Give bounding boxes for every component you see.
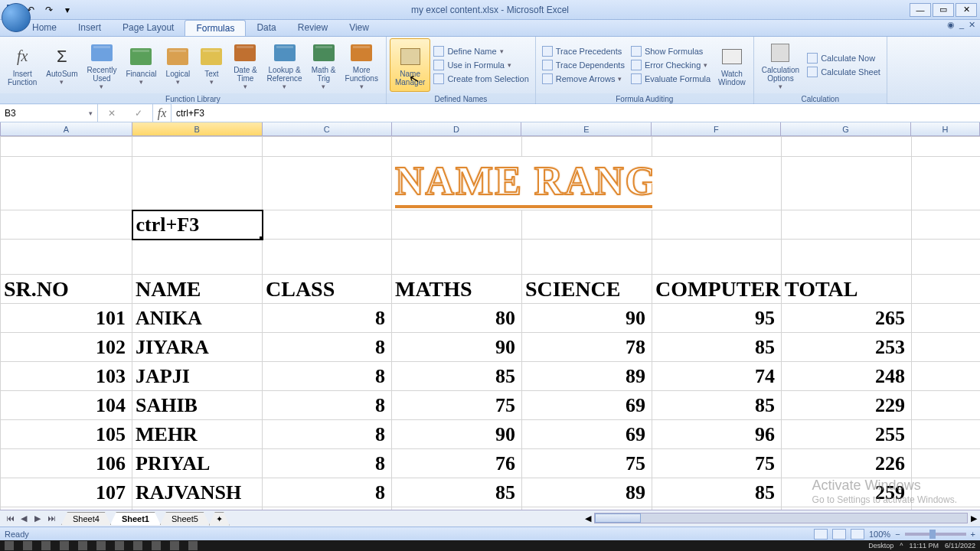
more-functions-button[interactable]: More Functions▾	[341, 38, 383, 92]
error-checking-button[interactable]: Error Checking ▾	[628, 59, 714, 71]
taskbar-app[interactable]	[133, 541, 142, 550]
sheet-tab[interactable]: Sheet1	[110, 512, 161, 525]
zoom-slider[interactable]	[905, 533, 966, 536]
zoom-in-button[interactable]: +	[971, 530, 975, 539]
title-wordart: NAME RANGE	[395, 158, 652, 208]
col-header-f[interactable]: F	[652, 122, 781, 135]
worksheet-grid[interactable]: NAME RANGE ctrl+F3 SR.NO NAME CLASS MATH…	[0, 136, 980, 519]
first-sheet-button[interactable]: ⏮	[3, 514, 17, 523]
redo-button[interactable]: ↷	[41, 2, 57, 18]
create-from-selection-button[interactable]: Create from Selection	[430, 73, 531, 85]
table-row[interactable]: 106PRIYAL8767575226	[1, 449, 981, 478]
taskbar-app[interactable]	[78, 541, 87, 550]
autosum-button[interactable]: ΣAutoSum▾	[41, 38, 82, 92]
taskbar-app[interactable]	[41, 541, 51, 550]
hdr-srno: SR.NO	[1, 275, 132, 304]
name-box[interactable]: ▾	[0, 104, 98, 122]
trace-dependents-button[interactable]: Trace Dependents	[539, 59, 628, 71]
start-button[interactable]	[5, 541, 14, 550]
page-break-view-button[interactable]	[851, 529, 864, 540]
taskbar-app[interactable]	[60, 541, 69, 550]
lookup-reference-button[interactable]: Lookup & Reference▾	[262, 38, 306, 92]
window-title: my excel content.xlsx - Microsoft Excel	[411, 5, 569, 15]
show-formulas-button[interactable]: Show Formulas	[628, 45, 714, 57]
sheet-tab[interactable]: Sheet5	[160, 512, 210, 525]
help-icon[interactable]: ◉	[947, 20, 955, 30]
financial-button[interactable]: Financial▾	[121, 38, 161, 92]
insert-function-fx[interactable]: fx	[153, 104, 172, 122]
trace-precedents-button[interactable]: Trace Precedents	[539, 45, 628, 57]
calculate-now-button[interactable]: Calculate Now	[804, 52, 884, 64]
formula-input[interactable]	[172, 104, 980, 122]
use-in-formula-button[interactable]: Use in Formula ▾	[430, 59, 531, 71]
col-header-a[interactable]: A	[1, 122, 132, 135]
taskbar-app[interactable]	[115, 541, 124, 550]
col-header-b[interactable]: B	[132, 122, 263, 135]
horizontal-scrollbar[interactable]: ◀▶	[582, 511, 980, 525]
col-header-e[interactable]: E	[521, 122, 652, 135]
table-row[interactable]: 105MEHR8906996255	[1, 420, 981, 449]
office-button[interactable]	[2, 3, 31, 32]
name-box-input[interactable]	[5, 108, 89, 119]
calculate-sheet-button[interactable]: Calculate Sheet	[804, 66, 884, 78]
clock-date: 6/11/2022	[945, 542, 975, 549]
page-layout-view-button[interactable]	[832, 529, 846, 540]
cell-sr: 101	[1, 304, 132, 333]
taskbar-app[interactable]	[152, 541, 161, 550]
taskbar-app[interactable]	[96, 541, 106, 550]
enter-formula-button[interactable]: ✓	[135, 108, 142, 119]
recently-used-button[interactable]: Recently Used▾	[83, 38, 122, 92]
math-trig-button[interactable]: Math & Trig▾	[307, 38, 341, 92]
group-label: Calculation	[754, 93, 887, 105]
text-button[interactable]: Text▾	[194, 38, 228, 92]
date-time-button[interactable]: Date & Time▾	[228, 38, 262, 92]
next-sheet-button[interactable]: ▶	[31, 514, 44, 523]
calculation-options-button[interactable]: Calculation Options▾	[757, 38, 804, 92]
normal-view-button[interactable]	[814, 529, 828, 540]
table-row[interactable]: 101ANIKA8809095265	[1, 304, 981, 333]
evaluate-formula-button[interactable]: Evaluate Formula	[628, 73, 714, 85]
tab-data[interactable]: Data	[246, 20, 286, 36]
zoom-out-button[interactable]: −	[895, 530, 900, 539]
define-name-button[interactable]: Define Name ▾	[430, 45, 531, 57]
table-row[interactable]: 104SAHIB8756985229	[1, 391, 981, 420]
cell-b3[interactable]: ctrl+F3	[132, 210, 263, 240]
prev-sheet-button[interactable]: ◀	[17, 514, 31, 523]
watch-window-button[interactable]: Watch Window	[714, 38, 750, 92]
tab-insert[interactable]: Insert	[67, 20, 112, 36]
maximize-button[interactable]: ▭	[933, 3, 954, 17]
tab-page-layout[interactable]: Page Layout	[112, 20, 185, 36]
col-header-d[interactable]: D	[392, 122, 522, 135]
taskbar-app[interactable]	[23, 541, 32, 550]
taskbar-app[interactable]	[170, 541, 179, 550]
tray-chevron-icon[interactable]: ^	[900, 542, 903, 549]
cancel-formula-button[interactable]: ✕	[108, 108, 116, 119]
cell-total: 255	[782, 420, 912, 449]
minimize-button[interactable]: —	[910, 3, 931, 17]
remove-arrows-button[interactable]: Remove Arrows ▾	[539, 73, 628, 85]
last-sheet-button[interactable]: ⏭	[44, 514, 58, 523]
cell-sr: 103	[1, 362, 132, 391]
ribbon-close-button[interactable]: ✕	[969, 20, 975, 30]
cell-computer: 85	[652, 333, 782, 362]
close-button[interactable]: ✕	[956, 3, 977, 17]
group-label: Function Library	[0, 93, 386, 105]
qat-customize[interactable]: ▾	[60, 2, 75, 18]
tag-icon	[433, 46, 444, 57]
new-sheet-button[interactable]: ✦	[209, 512, 230, 526]
cell-science: 89	[522, 478, 652, 507]
col-header-g[interactable]: G	[781, 122, 911, 135]
table-row[interactable]: 102JIYARA8907885253	[1, 333, 981, 362]
col-header-h[interactable]: H	[911, 122, 980, 135]
col-header-c[interactable]: C	[263, 122, 392, 135]
insert-function-button[interactable]: fxInsert Function	[3, 38, 41, 92]
sheet-tab[interactable]: Sheet4	[61, 512, 111, 525]
cell-maths: 90	[392, 420, 522, 449]
logical-button[interactable]: Logical▾	[161, 38, 194, 92]
table-row[interactable]: 103JAPJI8858974248	[1, 362, 981, 391]
taskbar-app[interactable]	[188, 541, 198, 550]
minimize-ribbon-button[interactable]: _	[959, 20, 964, 30]
tab-view[interactable]: View	[338, 20, 380, 36]
tab-review[interactable]: Review	[287, 20, 338, 36]
tab-formulas[interactable]: Formulas	[185, 20, 246, 36]
